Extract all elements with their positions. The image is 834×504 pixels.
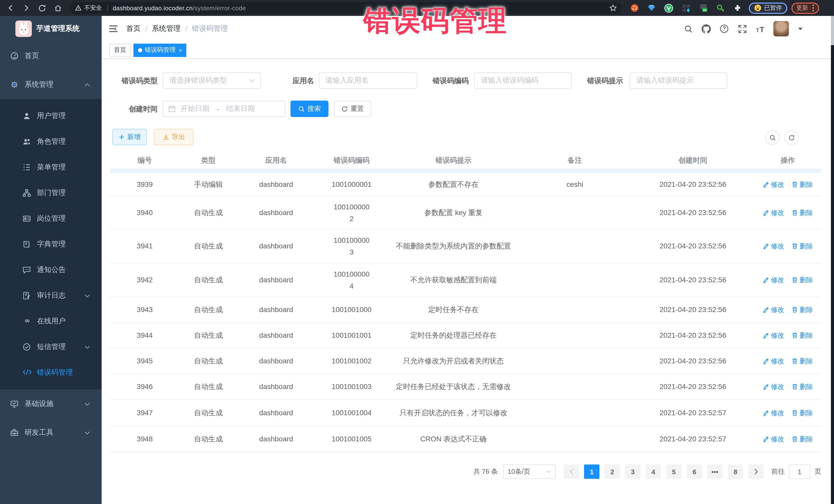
font-size-icon[interactable]: TT [755,24,765,34]
hamburger-icon[interactable] [109,25,118,33]
tab-close-icon[interactable]: × [179,47,182,53]
cell-code: 1001000001 [314,179,389,191]
breadcrumb-system[interactable]: 系统管理 [152,24,181,34]
browser-update-button[interactable]: 更新 [791,2,819,14]
app-logo[interactable]: 芋道管理系统 [0,16,102,42]
cell-app: dashboard [238,355,314,367]
extension-on-badge-icon[interactable]: on [699,4,708,12]
page-button-4[interactable]: 4 [646,464,661,479]
page-button-2[interactable]: 2 [605,464,620,479]
sidebar-item-短信管理[interactable]: 短信管理 [0,334,102,360]
scrollbar-thumb[interactable] [831,16,834,45]
sms-icon [23,343,31,351]
page-button-3[interactable]: 3 [625,464,640,479]
page-button-6[interactable]: 6 [687,464,702,479]
tab-首页[interactable]: 首页 [109,43,131,57]
sidebar-item-岗位管理[interactable]: 岗位管理 [0,206,102,232]
page-button-•••[interactable]: ••• [707,464,723,479]
filter-daterange-input[interactable]: 开始日期 - 结束日期 [163,101,285,117]
table-search-toggle-button[interactable] [765,130,780,145]
search-button[interactable]: 搜索 [290,101,328,117]
edit-link[interactable]: 修改 [763,304,784,316]
extension-ubuntu-icon[interactable] [630,4,639,12]
delete-link[interactable]: 删除 [791,304,813,316]
edit-link[interactable]: 修改 [763,179,784,191]
extension-puzzle-icon[interactable] [733,4,742,12]
filter-app-input[interactable]: 请输入应用名 [319,72,417,89]
delete-link[interactable]: 删除 [791,381,813,393]
delete-link[interactable]: 删除 [791,433,813,445]
sidebar-item-菜单管理[interactable]: 菜单管理 [0,154,102,180]
delete-link[interactable]: 删除 [791,179,813,191]
reload-icon[interactable] [37,2,48,14]
sidebar-item-系统管理[interactable]: 系统管理 [0,70,102,99]
reset-button[interactable]: 重置 [334,101,371,117]
sidebar-item-通知公告[interactable]: 通知公告 [0,257,102,283]
sidebar-item-字典管理[interactable]: 字典管理 [0,232,102,257]
add-button[interactable]: 新增 [112,129,147,145]
delete-link[interactable]: 删除 [791,407,813,419]
extension-v-icon[interactable] [664,3,673,13]
sidebar-item-研发工具[interactable]: 研发工具 [0,418,102,447]
back-icon[interactable] [5,2,16,14]
export-button[interactable]: 导出 [154,129,194,145]
avatar-caret-icon[interactable] [797,27,803,30]
filter-code-input[interactable]: 请输入错误码编码 [474,72,572,89]
next-page-button[interactable] [748,464,764,479]
sidebar-item-角色管理[interactable]: 角色管理 [0,129,102,154]
edit-link[interactable]: 修改 [763,381,784,393]
filter-type-select[interactable]: 请选择错误码类型 [163,72,261,89]
goto-page-input[interactable] [789,464,810,479]
page-button-8[interactable]: 8 [728,464,743,479]
extension-key-icon[interactable] [717,4,725,12]
bookmark-star-icon[interactable] [609,4,617,12]
table-row: 3943自动生成dashboard1001001000定时任务不存在2021-0… [110,297,821,323]
browser-menu-icon[interactable] [812,5,814,11]
page-scrollbar[interactable] [831,16,834,504]
page-size-select[interactable]: 10条/页 [503,464,556,479]
help-icon[interactable] [720,24,729,34]
user-avatar[interactable] [773,21,789,37]
delete-link[interactable]: 删除 [791,274,813,286]
delete-link[interactable]: 删除 [791,207,813,219]
breadcrumb-home[interactable]: 首页 [126,24,140,34]
page-button-5[interactable]: 5 [666,464,682,479]
tab-错误码管理[interactable]: 错误码管理× [133,43,186,57]
page-button-1[interactable]: 1 [584,464,599,479]
edit-link[interactable]: 修改 [763,274,784,286]
edit-link[interactable]: 修改 [763,329,784,341]
cell-actions: 修改删除 [754,381,821,393]
sidebar-item-审计日志[interactable]: 审计日志 [0,283,102,308]
sidebar-item-部门管理[interactable]: 部门管理 [0,180,102,206]
address-bar[interactable]: 不安全 dashboard.yudao.iocoder.cn/system/er… [70,2,622,14]
fullscreen-icon[interactable] [738,24,747,34]
forward-icon[interactable] [21,2,32,14]
sidebar-item-在线用户[interactable]: ∞在线用户 [0,308,102,334]
edit-link[interactable]: 修改 [763,207,784,219]
extension-gem-icon[interactable] [648,4,655,12]
filter-msg-input[interactable]: 请输入错误码提示 [630,72,727,89]
header-search-icon[interactable] [684,24,693,34]
edit-link[interactable]: 修改 [763,240,784,252]
home-icon[interactable] [52,2,64,14]
table-refresh-button[interactable] [784,130,798,145]
toolbox-icon [10,429,19,437]
sidebar-item-基础设施[interactable]: 基础设施 [0,390,102,418]
sidebar-item-错误码管理[interactable]: 错误码管理 [0,360,102,386]
delete-link[interactable]: 删除 [791,240,813,252]
edit-link[interactable]: 修改 [763,355,784,367]
not-secure-warning[interactable]: 不安全 [75,4,102,12]
prev-page-button[interactable] [564,464,579,479]
github-icon[interactable] [702,24,711,34]
sidebar-item-用户管理[interactable]: 用户管理 [0,103,102,129]
delete-link[interactable]: 删除 [791,355,813,367]
sidebar-item-首页[interactable]: 首页 [0,42,102,70]
paused-extension-pill[interactable]: 已暂停 [749,2,787,14]
cell-type: 自动生成 [179,207,238,219]
extension-squares-icon[interactable] [682,4,690,12]
edit-link[interactable]: 修改 [763,433,784,445]
tab-active-dot [138,48,142,52]
url-text[interactable]: dashboard.yudao.iocoder.cn/system/error-… [113,4,246,12]
delete-link[interactable]: 删除 [791,329,813,341]
edit-link[interactable]: 修改 [763,407,784,419]
